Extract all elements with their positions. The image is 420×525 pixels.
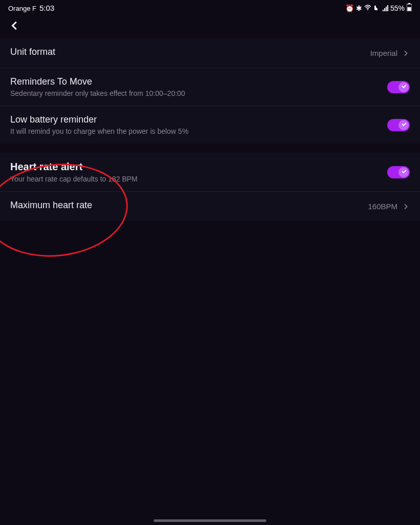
bluetooth-icon: ✱ xyxy=(356,4,362,12)
heart-alert-toggle[interactable] xyxy=(387,166,410,178)
row-max-heart-rate[interactable]: Maximum heart rate 160BPM xyxy=(0,192,420,221)
chevron-right-icon xyxy=(402,203,410,211)
svg-point-0 xyxy=(367,9,368,10)
home-indicator[interactable] xyxy=(154,519,266,522)
signal-icon xyxy=(383,5,388,11)
reminders-toggle[interactable] xyxy=(387,81,410,93)
settings-group-heart: Heart rate alert Your heart rate cap def… xyxy=(0,153,420,221)
battery-percent: 55% xyxy=(390,4,405,12)
unit-format-title: Unit format xyxy=(10,47,370,57)
low-battery-title: Low battery reminder xyxy=(10,114,387,125)
heart-alert-title: Heart rate alert xyxy=(10,161,387,173)
nav-bar xyxy=(0,14,420,38)
chevron-right-icon xyxy=(402,49,410,57)
row-reminders-move[interactable]: Reminders To Move Sedentary reminder onl… xyxy=(0,68,420,106)
heart-alert-sub: Your heart rate cap defaults to 182 BPM xyxy=(10,175,387,183)
row-heart-rate-alert[interactable]: Heart rate alert Your heart rate cap def… xyxy=(0,153,420,192)
carrier-label: Orange F xyxy=(8,5,36,12)
wifi-icon xyxy=(364,4,371,12)
row-unit-format[interactable]: Unit format Imperial xyxy=(0,38,420,68)
unit-format-value: Imperial xyxy=(370,49,397,57)
reminders-sub: Sedentary reminder only takes effect fro… xyxy=(10,89,387,97)
reminders-title: Reminders To Move xyxy=(10,76,387,87)
max-hr-title: Maximum heart rate xyxy=(10,200,368,211)
alarm-icon: ⏰ xyxy=(345,4,354,12)
low-battery-sub: It will remind you to charge when the po… xyxy=(10,127,387,135)
row-low-battery[interactable]: Low battery reminder It will remind you … xyxy=(0,106,420,144)
svg-rect-3 xyxy=(408,7,411,11)
battery-icon xyxy=(407,3,412,13)
max-hr-value: 160BPM xyxy=(368,202,397,211)
status-bar: Orange F 5:03 ⏰ ✱ 55% xyxy=(0,0,420,14)
low-battery-toggle[interactable] xyxy=(387,119,410,131)
settings-group-general: Unit format Imperial Reminders To Move S… xyxy=(0,38,420,144)
status-time: 5:03 xyxy=(39,4,54,12)
volte-icon xyxy=(373,4,381,12)
back-button[interactable] xyxy=(9,20,20,33)
